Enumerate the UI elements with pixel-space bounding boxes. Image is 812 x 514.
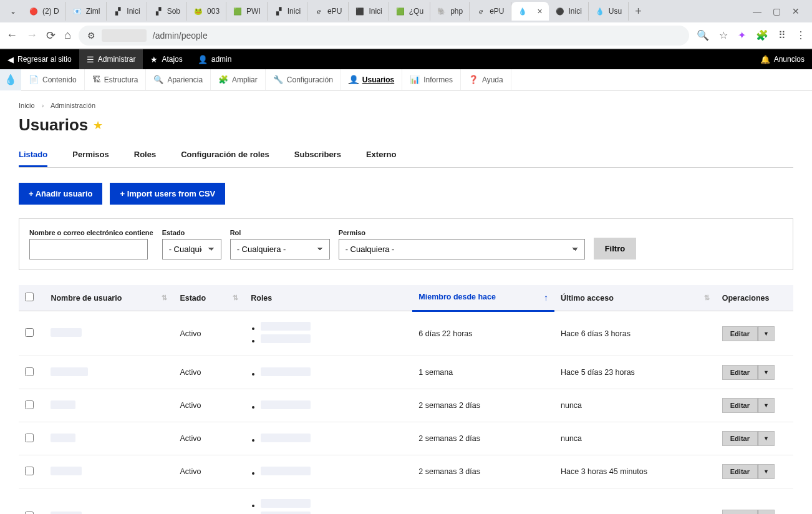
redacted-username[interactable] bbox=[51, 434, 75, 442]
forward-icon[interactable]: → bbox=[26, 29, 37, 42]
browser-tab[interactable]: ℯePU bbox=[307, 2, 349, 21]
filter-estado-select[interactable]: - Cualquiera - bbox=[162, 239, 221, 259]
admin-menu-item[interactable]: 🔍Apariencia bbox=[146, 69, 211, 90]
menu-icon[interactable]: ⋮ bbox=[796, 29, 806, 41]
back-icon[interactable]: ← bbox=[6, 29, 17, 42]
local-tab[interactable]: Configuración de roles bbox=[181, 143, 269, 167]
manage-toggle[interactable]: ☰ Administrar bbox=[79, 49, 143, 69]
browser-tab[interactable]: 🟩PWI bbox=[226, 2, 268, 21]
redacted-username[interactable] bbox=[51, 400, 75, 409]
admin-menu-item[interactable]: 👤Usuarios bbox=[341, 69, 402, 90]
redacted-username[interactable] bbox=[51, 512, 82, 514]
bookmark-icon[interactable]: ☆ bbox=[719, 29, 728, 41]
dropdown-toggle[interactable]: ▼ bbox=[758, 365, 775, 380]
home-icon[interactable]: ⌂ bbox=[64, 29, 71, 42]
announcements[interactable]: 🔔 Anuncios bbox=[753, 49, 812, 69]
browser-tab[interactable]: 📧Ziml bbox=[66, 2, 107, 21]
admin-menu-item[interactable]: ❓Ayuda bbox=[461, 69, 511, 90]
edit-button[interactable]: Editar bbox=[722, 431, 758, 446]
close-tab-icon[interactable]: × bbox=[538, 6, 543, 16]
th-estado[interactable]: Estado ⇅ bbox=[173, 285, 244, 311]
th-acceso[interactable]: Último acceso ⇅ bbox=[554, 285, 716, 311]
action-buttons: + Añadir usuario + Import users from CSV bbox=[19, 183, 793, 205]
filter-button[interactable]: Filtro bbox=[594, 238, 637, 259]
admin-menu-item[interactable]: 📊Informes bbox=[402, 69, 461, 90]
redacted-username[interactable] bbox=[51, 328, 82, 337]
local-tab[interactable]: Subscribers bbox=[294, 143, 341, 167]
select-all-checkbox[interactable] bbox=[25, 293, 34, 301]
site-settings-icon[interactable]: ⚙ bbox=[87, 31, 95, 41]
extensions-icon[interactable]: 🧩 bbox=[756, 29, 768, 41]
edit-button[interactable]: Editar bbox=[722, 510, 758, 515]
redacted-username[interactable] bbox=[51, 467, 82, 475]
dropdown-toggle[interactable]: ▼ bbox=[758, 510, 775, 515]
favicon-icon: ▞ bbox=[113, 6, 123, 16]
row-checkbox[interactable] bbox=[25, 512, 34, 514]
admin-menu-item[interactable]: 🔧Configuración bbox=[266, 69, 341, 90]
browser-tab[interactable]: 💧Usu bbox=[589, 2, 629, 21]
new-tab-button[interactable]: + bbox=[629, 1, 648, 22]
extension-icon[interactable]: ✦ bbox=[738, 29, 746, 41]
dropdown-toggle[interactable]: ▼ bbox=[758, 464, 775, 479]
edit-button[interactable]: Editar bbox=[722, 326, 758, 341]
admin-menu-item[interactable]: 🧩Ampliar bbox=[211, 69, 266, 90]
browser-tab[interactable]: ⚫Inici bbox=[549, 2, 589, 21]
admin-menu-item[interactable]: 📄Contenido bbox=[21, 69, 85, 90]
th-miembro[interactable]: Miembro desde hace ↑ bbox=[412, 285, 554, 311]
row-checkbox[interactable] bbox=[25, 434, 34, 442]
back-to-site[interactable]: ◀ Regresar al sitio bbox=[0, 49, 79, 69]
local-tab[interactable]: Listado bbox=[19, 143, 47, 167]
breadcrumb-admin[interactable]: Administración bbox=[51, 102, 95, 109]
browser-tab[interactable]: ▞Inici bbox=[268, 2, 307, 21]
shortcuts-menu[interactable]: ★ Atajos bbox=[143, 49, 190, 69]
th-username[interactable]: Nombre de usuario ⇅ bbox=[44, 285, 173, 311]
page-title-row: Usuarios ★ bbox=[19, 115, 793, 135]
local-tab[interactable]: Permisos bbox=[72, 143, 109, 167]
browser-tab[interactable]: ℯePU bbox=[470, 2, 511, 21]
row-checkbox[interactable] bbox=[25, 467, 34, 475]
add-user-button[interactable]: + Añadir usuario bbox=[19, 183, 102, 205]
admin-menu-item[interactable]: 🏗Estructura bbox=[85, 69, 147, 90]
operations-dropdown: Editar ▼ bbox=[722, 431, 775, 446]
favorite-star-icon[interactable]: ★ bbox=[93, 119, 103, 132]
user-menu[interactable]: 👤 admin bbox=[190, 49, 239, 69]
redacted-username[interactable] bbox=[51, 367, 88, 376]
drupal-logo[interactable]: 💧 bbox=[0, 69, 21, 90]
table-row: Activo 6 días 22 horas Hace 6 días 3 hor… bbox=[19, 311, 793, 356]
close-icon[interactable]: ✕ bbox=[792, 6, 800, 16]
local-tab[interactable]: Roles bbox=[134, 143, 156, 167]
browser-tab[interactable]: ⬛Inici bbox=[349, 2, 389, 21]
edit-button[interactable]: Editar bbox=[722, 464, 758, 479]
minimize-icon[interactable]: — bbox=[753, 6, 761, 16]
row-checkbox[interactable] bbox=[25, 328, 34, 337]
row-checkbox[interactable] bbox=[25, 367, 34, 376]
reload-icon[interactable]: ⟳ bbox=[46, 29, 56, 42]
dropdown-toggle[interactable]: ▼ bbox=[758, 431, 775, 446]
url-bar[interactable]: ⚙ /admin/people bbox=[79, 26, 689, 46]
redacted-role bbox=[261, 400, 311, 409]
edit-button[interactable]: Editar bbox=[722, 365, 758, 380]
browser-tab[interactable]: 💧× bbox=[511, 2, 549, 21]
browser-tab[interactable]: 🔴(2) D bbox=[22, 2, 66, 21]
maximize-icon[interactable]: ▢ bbox=[773, 6, 781, 16]
browser-tab[interactable]: 🟩¿Qu bbox=[389, 2, 430, 21]
edit-button[interactable]: Editar bbox=[722, 398, 758, 413]
filter-rol-select[interactable]: - Cualquiera - bbox=[230, 239, 330, 259]
profile-icon[interactable]: ⠿ bbox=[778, 29, 786, 41]
browser-tab[interactable]: ▞Sob bbox=[147, 2, 187, 21]
browser-tab[interactable]: 🐘php bbox=[430, 2, 470, 21]
browser-tab[interactable]: 🐸003 bbox=[187, 2, 226, 21]
row-checkbox[interactable] bbox=[25, 400, 34, 409]
import-users-button[interactable]: + Import users from CSV bbox=[110, 183, 225, 205]
filter-name-input[interactable] bbox=[29, 239, 148, 259]
dropdown-toggle[interactable]: ▼ bbox=[758, 398, 775, 413]
local-tab[interactable]: Externo bbox=[366, 143, 396, 167]
browser-tab[interactable]: ▞Inici bbox=[107, 2, 147, 21]
drupal-topbar: ◀ Regresar al sitio ☰ Administrar ★ Ataj… bbox=[0, 49, 812, 69]
breadcrumb-home[interactable]: Inicio bbox=[19, 102, 35, 109]
zoom-icon[interactable]: 🔍 bbox=[697, 29, 709, 41]
roles-list bbox=[251, 367, 406, 378]
tab-dropdown[interactable]: ⌄ bbox=[4, 2, 22, 21]
dropdown-toggle[interactable]: ▼ bbox=[758, 326, 775, 341]
filter-permiso-select[interactable]: - Cualquiera - bbox=[339, 239, 585, 259]
